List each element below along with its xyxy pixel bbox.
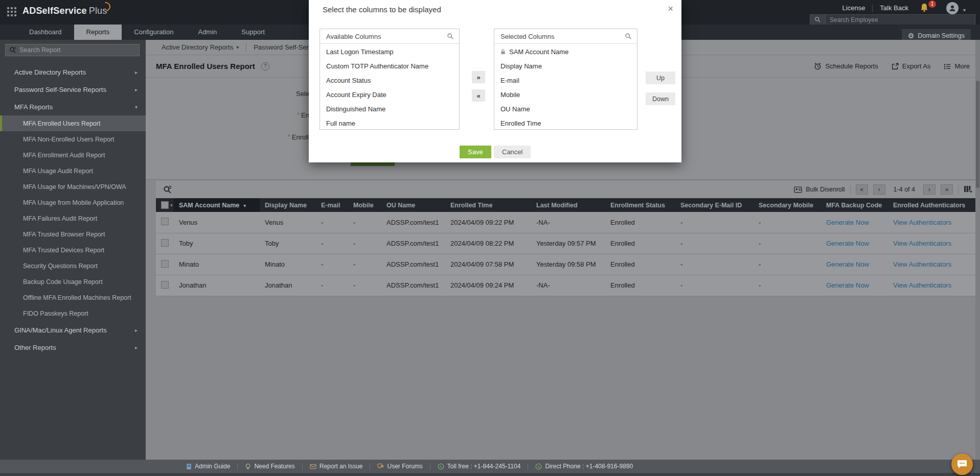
notification-bell-icon[interactable]: 1	[920, 3, 933, 14]
talk-back-link[interactable]: Talk Back	[880, 4, 908, 12]
generate-now-link[interactable]: Generate Now	[826, 260, 869, 268]
close-icon[interactable]: ×	[668, 4, 673, 14]
nav-tab[interactable]: Admin	[186, 25, 229, 40]
cancel-button[interactable]: Cancel	[494, 146, 531, 158]
sidebar-item[interactable]: Security Questions Report	[0, 258, 146, 274]
move-down-button[interactable]: Down	[646, 92, 675, 105]
direct-phone[interactable]: Direct Phone : +1-408-916-9890	[535, 463, 633, 470]
nav-tab[interactable]: Configuration	[122, 25, 186, 40]
column-option[interactable]: Full name	[320, 116, 459, 129]
column-option[interactable]: SAM Account Name	[494, 45, 637, 59]
row-checkbox[interactable]	[161, 218, 169, 225]
column-header[interactable]: Enrollment Status	[605, 198, 675, 212]
need-features-link[interactable]: Need Features	[245, 463, 294, 470]
column-header[interactable]: E-mail	[316, 198, 348, 212]
more-button[interactable]: More	[944, 62, 970, 70]
user-forums-link[interactable]: User Forums	[377, 463, 422, 470]
column-option[interactable]: Display Name	[494, 59, 637, 74]
sidebar-item[interactable]: MFA Reports ▾	[0, 98, 146, 115]
column-header[interactable]: Display Name	[260, 198, 316, 212]
view-authenticators-link[interactable]: View Authenticators	[893, 281, 951, 289]
pagination-first-button[interactable]: «	[856, 184, 868, 195]
pagination-prev-button[interactable]: ‹	[873, 184, 885, 195]
generate-report-button-partial[interactable]	[351, 162, 395, 166]
column-option[interactable]: Mobile	[494, 88, 637, 102]
column-header[interactable]: Mobile	[348, 198, 381, 212]
sidebar-item[interactable]: MFA Usage from Mobile Application	[0, 195, 146, 210]
help-icon[interactable]: ?	[261, 62, 269, 70]
sidebar-item[interactable]: MFA Non-Enrolled Users Report	[0, 131, 146, 147]
move-left-button[interactable]: «	[472, 89, 485, 102]
move-up-button[interactable]: Up	[646, 72, 675, 84]
row-checkbox[interactable]	[161, 281, 169, 289]
column-header[interactable]: Secondary Mobile	[754, 198, 821, 212]
schedule-reports-button[interactable]: Schedule Reports	[814, 62, 878, 70]
app-launcher-icon[interactable]	[7, 7, 17, 17]
sidebar-item[interactable]: Offline MFA Enrolled Machines Report	[0, 290, 146, 305]
pagination-last-button[interactable]: »	[941, 184, 953, 195]
select-all-checkbox[interactable]	[161, 201, 169, 209]
column-option[interactable]: Account Expiry Date	[320, 88, 459, 102]
sidebar-item[interactable]: Other Reports ▸	[0, 339, 146, 356]
column-header[interactable]: Last Modified	[531, 198, 605, 212]
row-checkbox[interactable]	[161, 239, 169, 247]
checkbox-menu-caret-icon[interactable]: ▾	[170, 203, 173, 208]
save-button[interactable]: Save	[460, 146, 491, 158]
sidebar-item[interactable]: MFA Enrolled Users Report	[0, 115, 146, 131]
scrollbar-thumb[interactable]	[976, 81, 979, 188]
column-option[interactable]: Distinguished Name	[320, 102, 459, 116]
view-authenticators-link[interactable]: View Authenticators	[893, 219, 951, 226]
column-header[interactable]: SAM Account Name▾	[174, 198, 260, 212]
generate-now-link[interactable]: Generate Now	[826, 219, 869, 226]
vertical-scrollbar[interactable]	[975, 40, 980, 460]
column-option[interactable]: E-mail	[494, 74, 637, 88]
sidebar-item[interactable]: Backup Code Usage Report	[0, 274, 146, 290]
nav-tab[interactable]: Support	[229, 25, 277, 40]
generate-now-link[interactable]: Generate Now	[826, 240, 869, 247]
user-avatar[interactable]	[946, 2, 959, 14]
sidebar-item[interactable]: GINA/Mac/Linux Agent Reports ▸	[0, 321, 146, 339]
row-checkbox[interactable]	[161, 260, 169, 268]
column-header[interactable]: Enrolled Time	[445, 198, 531, 212]
column-option[interactable]: Last Logon Timestamp	[320, 45, 459, 59]
employee-search-input[interactable]	[826, 15, 975, 25]
export-as-button[interactable]: Export As	[892, 62, 931, 70]
column-header[interactable]: Secondary E-Mail ID	[675, 198, 754, 212]
report-an-issue-link[interactable]: Report an Issue	[310, 463, 363, 470]
search-icon[interactable]	[810, 15, 826, 25]
move-right-button[interactable]: »	[472, 71, 485, 83]
toll-free-phone[interactable]: Toll free : +1-844-245-1104	[438, 463, 521, 470]
license-link[interactable]: License	[842, 4, 865, 12]
sidebar-item[interactable]: MFA Failures Audit Report	[0, 210, 146, 226]
column-option[interactable]: Enrolled Time	[494, 116, 637, 129]
sidebar-item[interactable]: Password Self-Service Reports ▸	[0, 81, 146, 98]
column-header[interactable]: MFA Backup Code	[821, 198, 888, 212]
sidebar-item[interactable]: MFA Trusted Browser Report	[0, 226, 146, 242]
sidebar-item[interactable]: MFA Trusted Devices Report	[0, 242, 146, 258]
bulk-disenroll-button[interactable]: Bulk Disenroll	[794, 186, 845, 193]
admin-guide-link[interactable]: Admin Guide	[186, 463, 230, 470]
column-option[interactable]: OU Name	[494, 102, 637, 116]
view-authenticators-link[interactable]: View Authenticators	[893, 240, 951, 247]
sidebar-item[interactable]: FIDO Passkeys Report	[0, 305, 146, 321]
tab-active-directory-reports[interactable]: Active Directory Reports ▾	[154, 43, 246, 51]
column-header[interactable]: Enrolled Authenticators	[888, 198, 980, 212]
add-remove-columns-icon[interactable]	[964, 185, 973, 194]
sidebar-item[interactable]: Active Directory Reports ▸	[0, 63, 146, 81]
nav-tab[interactable]: Dashboard	[17, 25, 74, 40]
nav-tab[interactable]: Reports	[74, 25, 122, 40]
column-header[interactable]: OU Name	[381, 198, 445, 212]
chat-widget-button[interactable]	[951, 454, 973, 475]
generate-now-link[interactable]: Generate Now	[826, 281, 869, 289]
pagination-next-button[interactable]: ›	[923, 184, 936, 195]
view-authenticators-link[interactable]: View Authenticators	[893, 260, 951, 268]
sidebar-item[interactable]: MFA Enrollment Audit Report	[0, 147, 146, 163]
search-icon[interactable]	[447, 33, 454, 40]
search-icon[interactable]	[625, 33, 632, 40]
sidebar-item[interactable]: MFA Usage for Machines/VPN/OWA	[0, 179, 146, 195]
table-search-icon[interactable]	[163, 185, 172, 194]
column-option[interactable]: Account Status	[320, 74, 459, 88]
sidebar-item[interactable]: MFA Usage Audit Report	[0, 163, 146, 179]
column-option[interactable]: Custom TOTP Authenticator Name	[320, 59, 459, 74]
report-search-input[interactable]	[19, 46, 135, 54]
